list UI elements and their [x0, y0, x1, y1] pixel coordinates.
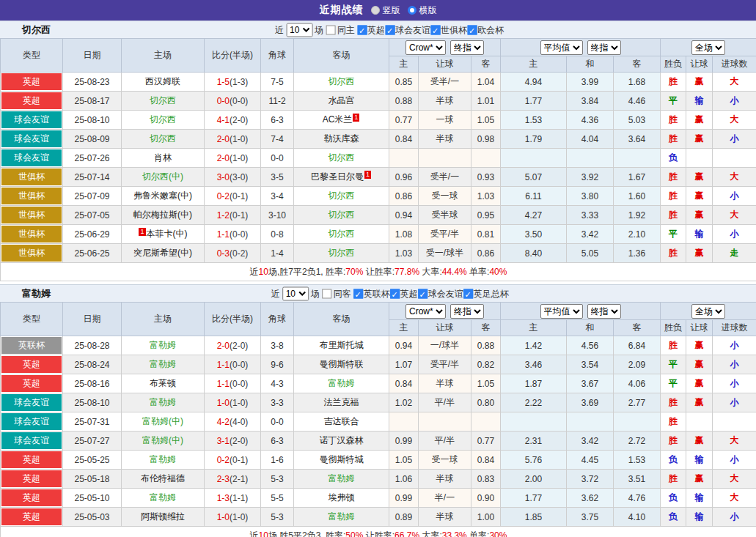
avg-home-odds: 3.50 [501, 225, 567, 244]
match-row: 世俱杯25-07-05帕尔梅拉斯(中)1-2(0-1)3-10切尔西0.94受半… [1, 206, 756, 225]
result-outcome-cell: 胜 [661, 470, 686, 489]
match-count-select[interactable]: 10 [286, 23, 312, 37]
col-header-type: 类型 [1, 39, 63, 73]
fulltime-score: 2-0 [217, 134, 230, 144]
handicap-line: 半球 [419, 92, 471, 111]
avg-home-odds: 1.87 [501, 374, 567, 393]
scope-select[interactable]: 全场 [691, 304, 725, 319]
avg-source-select[interactable]: 平均值 [540, 40, 583, 55]
result-goals: 大 [730, 171, 739, 182]
result-outcome-cell: 负 [661, 489, 686, 508]
horizontal-layout-radio[interactable] [408, 6, 416, 15]
layout-option-vertical: 竖版 [371, 4, 400, 17]
odds-source-select[interactable]: Crow* [405, 40, 446, 55]
home-team-cell: 突尼斯希望(中) [122, 244, 205, 263]
corners: 11-2 [261, 92, 294, 111]
avg-draw-odds: 3.92 [567, 168, 614, 187]
col-header-home: 主场 [122, 303, 205, 336]
odds-home: 1.06 [389, 470, 419, 489]
league-filter-checkbox[interactable]: ✓ [357, 25, 367, 34]
odds-home: 1.03 [389, 244, 419, 263]
score-cell: 4-2(4-0) [205, 412, 261, 432]
league-filter-label: 球会友谊 [395, 23, 430, 36]
page-title: 近期战绩 [320, 4, 364, 17]
match-row: 英超25-08-17切尔西0-0(0-0)11-2水晶宫0.88半球1.011.… [1, 92, 756, 111]
avg-source-select[interactable]: 平均值 [540, 304, 583, 319]
corners: 3-10 [261, 206, 294, 225]
league-filter-checkbox[interactable]: ✓ [353, 289, 363, 298]
corners: 9-6 [261, 355, 294, 374]
match-date: 25-05-18 [63, 470, 122, 489]
result-goals-cell: 大 [713, 432, 756, 451]
away-team: 富勒姆 [329, 378, 355, 388]
team-name: 切尔西 [0, 23, 51, 37]
result-outcome-cell: 胜 [661, 111, 686, 130]
league-filter-checkbox[interactable]: ✓ [390, 289, 400, 298]
home-team-cell: 富勒姆 [122, 336, 205, 355]
same-venue-checkbox[interactable] [322, 289, 331, 298]
result-outcome-cell: 胜 [661, 130, 686, 149]
odds-home: 0.88 [389, 92, 419, 111]
result-handicap-cell: 输 [686, 489, 713, 508]
odds-source-select[interactable]: Crow* [405, 304, 446, 319]
away-team: 法兰克福 [324, 397, 359, 407]
odds-final-select[interactable]: 终指 [450, 40, 484, 55]
subcol-avg-away: 客 [614, 56, 661, 73]
result-outcome: 负 [669, 454, 678, 464]
avg-home-odds: 1.79 [501, 130, 567, 149]
avg-draw-odds: 3.54 [567, 355, 614, 374]
result-outcome-cell: 负 [661, 508, 686, 527]
handicap-line [419, 149, 471, 168]
avg-home-odds: 1.85 [501, 508, 567, 527]
home-team-cell: 西汉姆联 [122, 73, 205, 92]
result-goals: 小 [730, 340, 739, 350]
home-team: 富勒姆 [150, 359, 176, 369]
team-section-fulham: 富勒姆 近 10 场 同客 ✓英联杯✓英超✓球会友谊✓英足总杯 类型 日期 主场… [0, 284, 756, 537]
corners: 3-5 [261, 168, 294, 187]
match-count-select[interactable]: 10 [282, 286, 309, 300]
matches-table: 类型 日期 主场 比分(半场) 角球 客场 Crow*终指 平均值终指 全场 主… [0, 38, 756, 281]
filter-bar: 近 10 场 同客 ✓英联杯✓英超✓球会友谊✓英足总杯 [271, 286, 509, 300]
same-venue-checkbox[interactable] [326, 25, 335, 34]
avg-away-odds: 4.10 [614, 508, 661, 527]
odds-final-select[interactable]: 终指 [450, 304, 484, 319]
league-filter-label: 世俱杯 [441, 23, 467, 36]
halftime-score: (0-1) [230, 210, 248, 221]
result-goals: 小 [730, 511, 739, 522]
summary-segment: 近 [250, 530, 259, 537]
avg-away-odds [614, 412, 661, 432]
fulltime-score: 1-1 [217, 379, 230, 389]
col-header-type: 类型 [1, 303, 63, 336]
handicap-line: 半球 [419, 130, 471, 149]
league-filter-checkbox[interactable]: ✓ [385, 25, 394, 34]
result-goals-cell: 小 [713, 355, 756, 374]
fulltime-score: 2-3 [217, 474, 230, 484]
match-date: 25-06-29 [63, 225, 122, 244]
summary-segment: 近 [250, 267, 259, 277]
away-team-cell: 切尔西 [294, 244, 389, 263]
avg-home-odds: 6.11 [501, 187, 567, 206]
result-handicap-cell: 赢 [686, 393, 713, 412]
league-filter-checkbox[interactable]: ✓ [430, 25, 440, 34]
league-type-cell: 球会友谊 [1, 393, 63, 412]
league-badge: 英超 [1, 508, 62, 525]
scope-select[interactable]: 全场 [691, 40, 725, 55]
result-handicap: 赢 [695, 378, 704, 388]
avg-home-odds [501, 412, 567, 432]
vertical-layout-radio[interactable] [371, 6, 380, 15]
result-goals-cell: 小 [713, 393, 756, 412]
result-outcome-cell: 负 [661, 149, 686, 168]
fulltime-score: 2-0 [217, 341, 230, 351]
result-outcome-cell: 胜 [661, 336, 686, 355]
col-header-score: 比分(半场) [205, 39, 261, 73]
league-filter-checkbox[interactable]: ✓ [463, 289, 473, 298]
league-filter-checkbox[interactable]: ✓ [418, 289, 427, 298]
halftime-score: (2-0) [230, 115, 248, 125]
fulltime-score: 1-5 [217, 77, 230, 87]
away-team: 富勒姆 [329, 511, 355, 522]
avg-final-select[interactable]: 终指 [587, 40, 621, 55]
handicap-line: 受半球 [419, 206, 471, 225]
league-filter-checkbox[interactable]: ✓ [467, 25, 477, 34]
avg-final-select[interactable]: 终指 [587, 304, 621, 319]
corners: 7-4 [261, 130, 294, 149]
